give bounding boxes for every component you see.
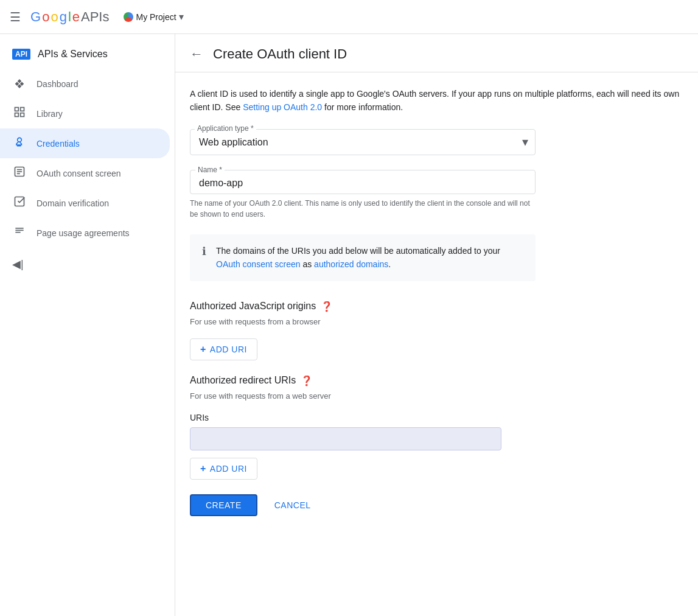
- sidebar-title: APIs & Services: [38, 49, 108, 60]
- library-icon: [12, 106, 27, 121]
- authorized-domains-link[interactable]: authorized domains: [314, 259, 388, 269]
- domain-verification-icon: [12, 195, 27, 211]
- logo-l: l: [68, 9, 71, 25]
- uri-input-wrapper: [190, 427, 501, 450]
- svg-rect-3: [21, 113, 24, 117]
- sidebar-item-label: Page usage agreements: [37, 228, 130, 238]
- uri-input[interactable]: [190, 427, 501, 450]
- sidebar-item-library[interactable]: Library: [0, 99, 170, 128]
- sidebar-collapse-button[interactable]: ◀|: [0, 248, 175, 281]
- sidebar: API APIs & Services ❖ Dashboard Library …: [0, 34, 175, 616]
- plus-icon-1: +: [200, 344, 206, 355]
- sidebar-item-credentials[interactable]: Credentials: [0, 128, 170, 158]
- info-box-text: The domains of the URIs you add below wi…: [216, 244, 523, 271]
- page-usage-icon: [12, 225, 27, 240]
- collapse-icon: ◀|: [12, 258, 24, 270]
- oauth-setup-link[interactable]: Setting up OAuth 2.0: [243, 102, 322, 112]
- logo-g: G: [30, 9, 41, 25]
- uri-info-box: ℹ The domains of the URIs you add below …: [190, 234, 536, 281]
- sidebar-item-label: Library: [37, 109, 63, 119]
- js-origins-desc: For use with requests from a browser: [190, 317, 683, 326]
- redirect-uris-section: Authorized redirect URIs ❓ For use with …: [190, 375, 683, 480]
- info-icon: ℹ: [202, 245, 206, 258]
- add-uri-label-2: ADD URI: [210, 464, 247, 474]
- logo-o2: o: [51, 9, 58, 25]
- logo-o1: o: [42, 9, 49, 25]
- topbar: ☰ G o o g l e APIs My Project ▾: [0, 0, 698, 34]
- back-button[interactable]: ←: [190, 47, 203, 61]
- add-uri-button-1[interactable]: + ADD URI: [190, 338, 257, 360]
- svg-rect-1: [21, 108, 24, 111]
- oauth-consent-link[interactable]: OAuth consent screen: [216, 259, 301, 269]
- name-help-text: The name of your OAuth 2.0 client. This …: [190, 198, 536, 220]
- svg-rect-9: [15, 197, 24, 206]
- redirect-uris-desc: For use with requests from a web server: [190, 391, 683, 401]
- logo-g2: g: [60, 9, 67, 25]
- add-uri-label-1: ADD URI: [210, 345, 247, 354]
- sidebar-item-label: Credentials: [37, 139, 80, 149]
- action-buttons: CREATE CANCEL: [190, 494, 683, 516]
- content-area: ← Create OAuth client ID A client ID is …: [175, 34, 698, 616]
- project-dot-icon: [124, 12, 133, 22]
- svg-point-4: [18, 138, 22, 142]
- cancel-button[interactable]: CANCEL: [267, 495, 318, 515]
- oauth-consent-icon: [12, 166, 27, 181]
- application-type-select[interactable]: Web application: [190, 129, 536, 155]
- sidebar-item-dashboard[interactable]: ❖ Dashboard: [0, 69, 170, 99]
- project-selector[interactable]: My Project ▾: [119, 9, 188, 25]
- add-uri-button-2[interactable]: + ADD URI: [190, 458, 257, 480]
- hamburger-icon[interactable]: ☰: [10, 10, 21, 24]
- dashboard-icon: ❖: [12, 77, 27, 91]
- chevron-down-icon: ▾: [179, 11, 184, 23]
- plus-icon-2: +: [200, 463, 206, 474]
- intro-text: A client ID is used to identify a single…: [190, 87, 683, 114]
- sidebar-item-oauth-consent[interactable]: OAuth consent screen: [0, 158, 170, 188]
- app-type-label: Application type *: [195, 124, 256, 133]
- app-type-wrapper: Application type * Web application ▾: [190, 129, 536, 155]
- google-logo: G o o g l e APIs: [30, 9, 109, 25]
- name-input-wrapper: Name *: [190, 170, 536, 194]
- content-body: A client ID is used to identify a single…: [175, 72, 698, 541]
- name-label: Name *: [195, 166, 225, 174]
- sidebar-item-label: OAuth consent screen: [37, 169, 121, 178]
- name-field: Name * The name of your OAuth 2.0 client…: [190, 170, 683, 220]
- svg-rect-0: [15, 108, 19, 111]
- create-button[interactable]: CREATE: [190, 494, 257, 516]
- uris-label: URIs: [190, 413, 683, 422]
- credentials-icon: [12, 136, 27, 151]
- api-badge: API: [12, 49, 30, 60]
- project-name: My Project: [136, 12, 176, 22]
- sidebar-item-label: Domain verification: [37, 198, 109, 208]
- content-header: ← Create OAuth client ID: [175, 34, 698, 72]
- js-origins-title: Authorized JavaScript origins ❓: [190, 301, 683, 312]
- js-origins-help-icon[interactable]: ❓: [321, 301, 333, 312]
- application-type-field: Application type * Web application ▾: [190, 129, 683, 155]
- redirect-uris-title: Authorized redirect URIs ❓: [190, 375, 683, 387]
- sidebar-item-label: Dashboard: [37, 79, 79, 89]
- redirect-uris-help-icon[interactable]: ❓: [301, 375, 313, 387]
- page-title: Create OAuth client ID: [213, 46, 347, 62]
- name-input[interactable]: [199, 178, 526, 189]
- sidebar-item-domain-verification[interactable]: Domain verification: [0, 188, 170, 218]
- svg-rect-2: [15, 113, 19, 117]
- logo-e: e: [72, 9, 80, 25]
- js-origins-section: Authorized JavaScript origins ❓ For use …: [190, 301, 683, 360]
- main-layout: API APIs & Services ❖ Dashboard Library …: [0, 34, 698, 616]
- sidebar-header: API APIs & Services: [0, 39, 175, 69]
- logo-apis: APIs: [81, 9, 109, 25]
- sidebar-item-page-usage[interactable]: Page usage agreements: [0, 218, 170, 248]
